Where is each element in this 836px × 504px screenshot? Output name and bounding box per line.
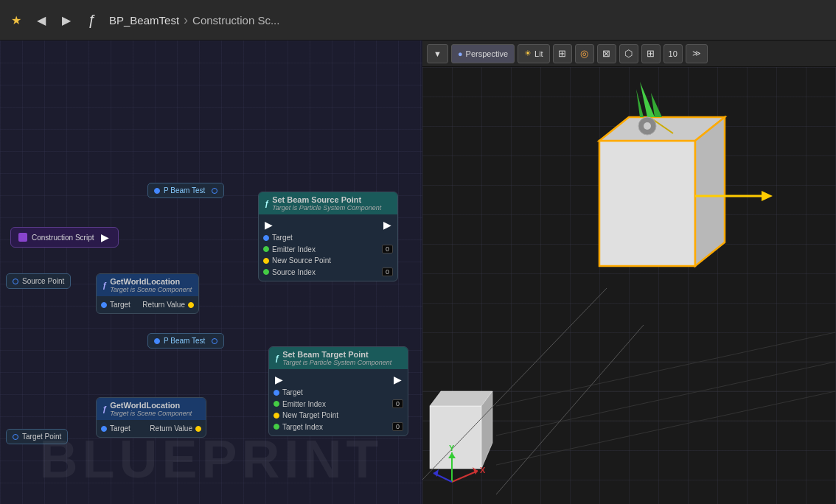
new-target-label: New Target Point [282,411,338,419]
breadcrumb-current: Construction Sc... [192,14,279,27]
set-beam-target-title: Set Beam Target Point [282,350,391,359]
back-button[interactable]: ◀ [31,10,52,30]
gwl2-target-label: Target [110,424,130,433]
target-index-value: 0 [392,422,403,431]
svg-line-22 [452,471,478,482]
perspective-camera-icon: ● [458,49,463,58]
source-point-text: Source Point [22,277,64,285]
more-options-button[interactable]: ≫ [686,44,708,63]
gwl1-return-dot [188,302,194,308]
set-beam-source-header: ƒ Set Beam Source Point Target is Partic… [259,192,397,214]
target-pin: Target [263,232,393,243]
grid-button[interactable]: ⊞ [641,44,661,63]
emitter2-pin-dot [274,401,279,407]
set-beam-target-node: ƒ Set Beam Target Point Target is Partic… [268,346,408,436]
favorite-button[interactable]: ★ [6,10,27,30]
breadcrumb: BP_BeamTest › Construction Sc... [109,13,279,28]
axes-widget: X Y [430,445,489,497]
gwl1-func-icon: ƒ [102,281,107,290]
breadcrumb-project[interactable]: BP_BeamTest [109,14,179,27]
svg-text:Y: Y [449,445,455,452]
source-index-label: Source Index [272,268,316,276]
set-beam-source-subtitle: Target is Particle System Component [272,204,381,211]
p-beam-test-node-2: P Beam Test [147,333,224,349]
set-beam-source-node: ƒ Set Beam Source Point Target is Partic… [258,192,398,281]
pin-blue-out-1 [212,188,217,194]
viewport-dropdown-button[interactable]: ▼ [427,44,448,63]
gwl2-title: GetWorldLocation [110,401,192,410]
gwl2-body: Target Return Value [97,420,206,437]
set-beam-target-header: ƒ Set Beam Target Point Target is Partic… [269,347,408,369]
pin-blue-out-2 [212,338,217,344]
gwl1-target-dot [101,302,107,308]
gwl1-title: GetWorldLocation [110,277,192,286]
target-index-label: Target Index [282,423,323,431]
purple-icon [18,233,27,242]
gwl1-target-label: Target [110,301,130,309]
source-index-dot [263,269,269,275]
scale-button[interactable]: 10 [663,44,683,63]
blueprint-panel[interactable]: Construction Script ▶ P Beam Test ƒ Set … [0,41,422,504]
target-exec-out: ▶ [394,374,402,385]
gwl2-header: ƒ GetWorldLocation Target is Scene Compo… [97,398,206,420]
exec-out: ▶ [383,219,391,231]
gwl1-body: Target Return Value [97,296,198,313]
lit-icon: ☀ [524,49,532,58]
get-world-location-1: ƒ GetWorldLocation Target is Scene Compo… [96,273,199,314]
top-toolbar: ★ ◀ ▶ ƒ BP_BeamTest › Construction Sc... [0,0,836,41]
emitter2-pin: Emitter Index 0 [274,398,403,410]
viewport-grid [422,67,836,504]
dropdown-arrow-icon: ▼ [433,49,442,58]
lit-button[interactable]: ☀ Lit [518,44,550,63]
target-point-label: Target Point [6,429,68,444]
target-point-dot [13,434,18,440]
target2-pin-dot [274,390,279,396]
set-beam-source-body: ▶ ▶ Target Emitter Index 0 [259,214,397,281]
target-index-dot [274,424,279,430]
svg-text:X: X [480,466,486,475]
lit-label: Lit [534,49,543,58]
target-exec-pins: ▶ ▶ [274,372,403,387]
gwl1-header: ƒ GetWorldLocation Target is Scene Compo… [97,274,198,296]
viewport-toolbar: ▼ ● Perspective ☀ Lit ⊞ ◎ ⊠ ⬡ ⊞ 10 ≫ [422,41,836,67]
exec-pins: ▶ ▶ [263,217,393,232]
viewport-3d[interactable]: X Y [422,67,836,504]
view-button[interactable]: ⊠ [597,44,616,63]
emitter-pin: Emitter Index 0 [263,243,393,255]
set-beam-source-title: Set Beam Source Point [272,195,381,204]
emitter2-value: 0 [392,399,403,408]
source-index-value: 0 [382,267,393,276]
mesh-button[interactable]: ⬡ [619,44,638,63]
new-source-label: New Source Point [272,256,331,265]
target-label: Target [272,234,293,242]
exec-in: ▶ [265,219,273,231]
p-beam-test-label-2: P Beam Test [164,337,205,345]
construction-script-label: Construction Script [32,234,94,242]
new-target-pin: New Target Point [274,410,403,421]
set-beam-target-func-icon: ƒ [275,354,279,363]
emitter-label: Emitter Index [272,245,316,253]
rt-button[interactable]: ◎ [575,44,594,63]
new-source-dot [263,258,269,264]
source-index-pin: Source Index 0 [263,266,393,278]
main-area: Construction Script ▶ P Beam Test ƒ Set … [0,41,836,504]
construction-script-node: Construction Script ▶ [10,227,119,248]
viewport-panel[interactable]: ▼ ● Perspective ☀ Lit ⊞ ◎ ⊠ ⬡ ⊞ 10 ≫ [422,41,836,504]
show-button[interactable]: ⊞ [553,44,572,63]
emitter-pin-dot [263,246,269,252]
gwl2-func-icon: ƒ [102,405,107,413]
emitter2-label: Emitter Index [282,400,326,408]
gwl1-return-label: Return Value [142,301,185,309]
gwl2-target-row: Target Return Value [101,423,201,434]
set-beam-source-func-icon: ƒ [265,199,269,208]
get-world-location-2: ƒ GetWorldLocation Target is Scene Compo… [96,397,206,438]
perspective-button[interactable]: ● Perspective [451,44,515,63]
p-beam-test-label-1: P Beam Test [164,186,205,195]
emitter-value: 0 [382,245,393,253]
new-target-dot [274,413,279,419]
function-icon: ƒ [81,10,102,30]
exec-out-arrow: ▶ [101,231,109,243]
target-exec-in: ▶ [275,374,283,385]
forward-button[interactable]: ▶ [56,10,77,30]
target-pin-dot [263,235,269,241]
